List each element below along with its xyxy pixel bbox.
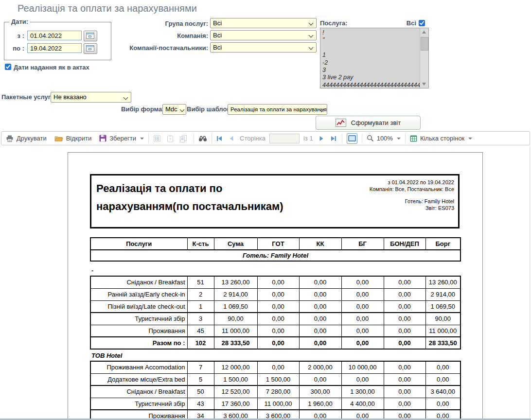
hotel-group-cell: Готель: Family Hotel [90,250,460,261]
format-select[interactable]: Mdc [162,104,186,115]
service-name-cell: Додаткове місце/Extra bed [90,373,187,385]
copy-pages-icon [179,135,187,142]
page-label: Сторінка [240,135,266,142]
service-name-cell: Разом по : [90,337,187,349]
chevron-down-icon [309,21,314,26]
supplier-label: - [90,264,462,276]
value-cell: 0,00 [341,337,384,349]
date-to-label: по : [9,45,24,52]
listbox-option[interactable]: 3 live 2 pay [322,74,420,81]
report-toolbar: Друкувати Відкрити Зберегти [1,131,530,145]
service-name-cell: Пізній виїзд/Late check-out [90,300,187,313]
generate-report-label: Сформувати звіт [351,119,401,126]
value-cell: 90,00 [214,313,257,325]
service-listbox[interactable]: !"1-233 live 2 pay4444444444444444444444… [320,28,429,88]
listbox-option[interactable]: " [322,36,420,44]
first-page-button[interactable] [216,136,222,141]
value-cell: 1 069,50 [425,300,460,313]
acts-dates-checkbox[interactable] [5,64,11,70]
toolbar-separator [362,134,362,143]
scrollbar-thumb[interactable] [421,37,428,51]
value-cell: 0,00 [257,300,299,313]
value-cell: 1 500,00 [257,373,299,385]
value-cell: 1 069,50 [214,300,257,313]
service-label: Послуга: [320,19,348,27]
svg-text:?: ? [169,137,172,141]
value-cell: 13 260,00 [425,276,460,288]
grid-icon [410,135,417,142]
value-cell: 0,00 [384,276,425,288]
chevron-down-icon [309,45,314,50]
generate-report-button[interactable]: Сформувати звіт [316,116,421,130]
value-cell: 0,00 [384,288,425,300]
value-cell: 90,00 [425,313,460,325]
report-parameters-button[interactable] [153,135,161,142]
toolbar-separator [405,134,406,143]
value-cell: 28 333,50 [425,337,460,349]
table-row: Сніданок / Breakfast5012 520,007 280,003… [90,385,460,398]
zoom-button[interactable]: 100% [367,135,401,142]
report-data-table: Сніданок / Breakfast5113 260,000,000,000… [90,276,461,350]
last-page-button[interactable] [331,136,336,141]
value-cell: 0,00 [257,361,299,373]
table-row: Ранній заїзд/Early check-in22 914,000,00… [90,288,460,300]
suppliers-label: Компанії-постачальники: [87,44,208,52]
listbox-option[interactable]: -2 [322,59,420,67]
suppliers-select[interactable]: Всі [210,42,317,52]
value-cell: 12 000,00 [214,361,257,373]
value-cell: 1 500,00 [214,373,257,385]
value-cell: 0,00 [384,300,425,313]
listbox-option[interactable]: 444444444444444444444444444444 [322,82,420,88]
package-label: Пакетные услуги: [1,93,57,101]
listbox-option[interactable]: 1 [322,52,420,59]
company-select[interactable]: Всі [210,30,317,40]
value-cell: 50 [187,385,214,398]
package-select[interactable]: Не вказано [51,92,131,103]
printer-icon [6,135,14,142]
save-button[interactable]: Зберегти [99,135,144,142]
value-cell: 12 520,00 [214,385,257,398]
value-cell: 43 [187,398,214,410]
chevron-down-icon [468,138,472,140]
magnifier-icon [367,135,374,142]
service-group-select[interactable]: Всі [210,18,317,28]
value-cell: 0,00 [384,361,425,373]
value-cell: 13 260,00 [214,276,257,288]
listbox-scrollbar[interactable] [420,28,428,88]
page-view-icon [348,135,356,141]
report-hotel-line: Готель: Family Hotel [370,198,454,205]
service-name-cell: Сніданок / Breakfast [90,276,187,288]
find-button[interactable] [198,135,207,142]
prev-page-button[interactable] [229,136,234,141]
toolbar-separator [212,134,212,143]
next-page-button[interactable] [319,136,324,141]
listbox-option[interactable] [322,44,420,52]
clipboard-question-icon: ? [167,135,174,142]
report-properties-button[interactable]: ? [167,135,174,142]
print-button[interactable]: Друкувати [6,135,47,142]
service-all-checkbox[interactable] [419,20,425,26]
date-from-input[interactable] [27,31,82,40]
listbox-option[interactable]: ! [322,29,420,36]
value-cell: 0,00 [299,288,341,300]
value-cell: 2 [187,288,214,300]
whole-page-view-button[interactable] [347,133,357,144]
column-header: Послуги [90,238,187,250]
scroll-up-icon[interactable] [422,31,426,34]
date-to-input[interactable] [27,43,82,53]
value-cell: 4 400,00 [341,398,384,410]
scroll-down-icon[interactable] [422,83,426,86]
page-number-input[interactable] [269,134,300,143]
service-name-cell: Ранній заїзд/Early check-in [90,288,187,300]
multipage-button[interactable]: Кілька сторінок [410,135,472,142]
open-button[interactable]: Відкрити [54,135,92,142]
value-cell: 300,00 [299,385,341,398]
listbox-option[interactable]: 3 [322,67,420,74]
service-listbox-items: !"1-233 live 2 pay4444444444444444444444… [320,29,420,88]
column-header: ГОТ [257,238,299,250]
copy-pages-button[interactable] [179,135,187,142]
template-select[interactable]: Реалізація та оплати за нарахуванням [228,104,327,115]
app-window: Реалізація та оплати за нарахуваннями Да… [0,0,531,420]
value-cell: 0,00 [384,313,425,325]
value-cell: 5 [187,373,214,385]
